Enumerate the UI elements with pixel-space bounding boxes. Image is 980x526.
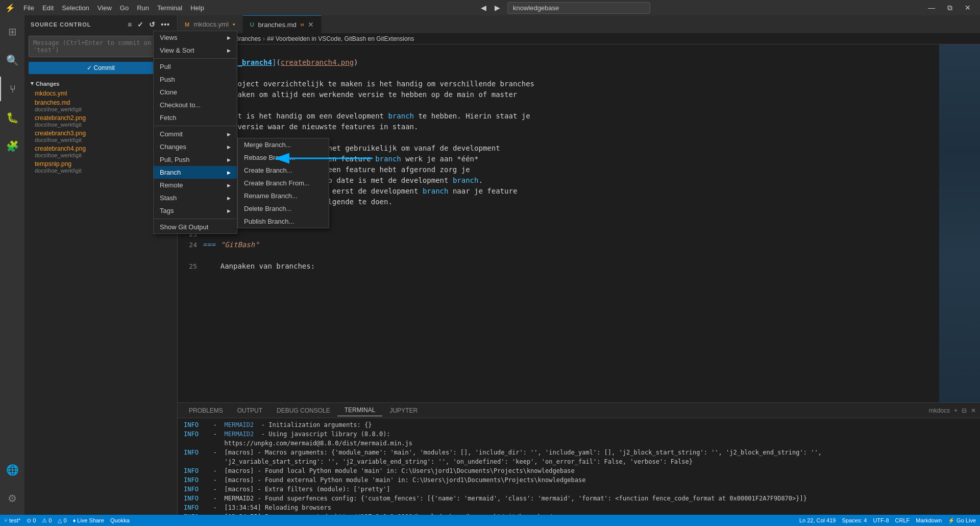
activity-debug[interactable]: 🐛: [0, 105, 24, 130]
file-path: docs\hoe_werkt\git: [35, 137, 173, 143]
menu-go[interactable]: Go: [120, 4, 129, 12]
commit-message-input[interactable]: [29, 36, 173, 57]
terminal-area: PROBLEMS OUTPUT DEBUG CONSOLE TERMINAL J…: [178, 402, 980, 515]
ctx-item-merge-branch[interactable]: Merge Branch...: [238, 138, 329, 151]
activity-source-control[interactable]: ⑂: [0, 77, 24, 101]
ctx-item-view-sort[interactable]: View & Sort: [154, 44, 237, 57]
sidebar-views-icon[interactable]: ≡: [127, 19, 133, 30]
ctx-item-rename-branch[interactable]: Rename Branch...: [238, 189, 329, 202]
ctx-item-branch[interactable]: Branch: [154, 166, 237, 179]
file-name: createbranch2.png: [35, 114, 173, 122]
go-live-button[interactable]: ⚡ Go Live: [948, 517, 976, 524]
minimize-button[interactable]: —: [924, 3, 939, 13]
titlebar: ⚡ File Edit Selection View Go Run Termin…: [0, 0, 980, 15]
activity-extensions[interactable]: 🧩: [0, 134, 24, 158]
commit-button[interactable]: ✓ Commit: [29, 62, 173, 74]
file-name: createbranch3.png: [35, 130, 173, 137]
ctx-item-push[interactable]: Push: [154, 73, 237, 86]
editor-line: [203, 68, 939, 79]
maximize-button[interactable]: ⧉: [943, 3, 957, 13]
ctx-item-publish-branch[interactable]: Publish Branch...: [238, 215, 329, 228]
tab-debug-console[interactable]: DEBUG CONSOLE: [270, 405, 337, 416]
activity-settings[interactable]: ⚙: [0, 486, 24, 511]
sidebar-checkmark-icon[interactable]: ✓: [136, 19, 145, 30]
ctx-label: Merge Branch...: [244, 141, 291, 149]
ctx-item-remote[interactable]: Remote: [154, 179, 237, 192]
ctx-item-tags[interactable]: Tags: [154, 204, 237, 217]
tab-terminal[interactable]: TERMINAL: [337, 404, 383, 416]
menu-file[interactable]: File: [23, 4, 34, 12]
menu-bar: File Edit Selection View Go Run Terminal…: [23, 4, 204, 12]
ctx-item-checkout[interactable]: Checkout to...: [154, 99, 237, 111]
ctx-item-stash[interactable]: Stash: [154, 192, 237, 204]
ctx-item-delete-branch[interactable]: Delete Branch...: [238, 202, 329, 215]
term-line: INFO - [macros] - Extra filters (module)…: [184, 485, 974, 494]
ctx-label: Delete Branch...: [244, 205, 291, 212]
tab-modified-indicator: M: [301, 22, 304, 27]
tab-close-button[interactable]: ✕: [308, 20, 314, 29]
tab-output[interactable]: OUTPUT: [230, 405, 270, 416]
git-branch-status[interactable]: ⑂ test*: [4, 517, 20, 523]
warnings-status[interactable]: △ 0: [58, 517, 66, 524]
terminal-split-icon[interactable]: ⊟: [962, 407, 967, 414]
menu-run[interactable]: Run: [137, 4, 149, 12]
editor-line: huidige versie waar de nieuwste features…: [203, 122, 939, 132]
tab-branches[interactable]: U branches.md M ✕: [243, 15, 322, 33]
status-bar-left: ⑂ test* ⊙ 0 ⚠ 0 △ 0 ♦ Live Share Quokka: [4, 517, 130, 524]
nav-forward-button[interactable]: ▶: [492, 3, 503, 13]
ctx-item-changes[interactable]: Changes: [154, 140, 237, 153]
sidebar-more-icon[interactable]: •••: [160, 19, 171, 30]
menu-view[interactable]: View: [97, 4, 112, 12]
ctx-label: Pull, Push: [160, 156, 190, 163]
ctx-item-clone[interactable]: Clone: [154, 86, 237, 99]
close-button[interactable]: ✕: [961, 3, 975, 13]
encoding-indicator[interactable]: UTF-8: [873, 517, 889, 523]
search-input[interactable]: [507, 2, 650, 14]
editor-line: [203, 250, 939, 261]
ctx-label: Show Git Output: [160, 223, 208, 231]
tab-icon-mkdocs: M: [185, 21, 189, 28]
nav-controls: ◀ ▶: [478, 3, 503, 13]
ctx-label: Commit: [160, 130, 183, 138]
nav-back-button[interactable]: ◀: [478, 3, 489, 13]
ctx-item-show-git-output[interactable]: Show Git Output: [154, 221, 237, 233]
menu-selection[interactable]: Selection: [62, 4, 89, 12]
menu-terminal[interactable]: Terminal: [157, 4, 182, 12]
cursor-position[interactable]: Ln 22, Col 419: [799, 517, 836, 523]
titlebar-center: ◀ ▶: [478, 2, 650, 14]
ctx-item-fetch[interactable]: Fetch: [154, 111, 237, 124]
ctx-item-pull-push[interactable]: Pull, Push: [154, 153, 237, 166]
eol-indicator[interactable]: CRLF: [895, 517, 910, 523]
menu-edit[interactable]: Edit: [42, 4, 54, 12]
main-layout: ⊞ 🔍 ⑂ 🐛 🧩 🌐 ⚙ SOURCE CONTROL ≡ ✓ ↺ ••• ✓…: [0, 15, 980, 515]
sidebar-refresh-icon[interactable]: ↺: [148, 19, 157, 30]
activity-search[interactable]: 🔍: [0, 48, 24, 73]
tab-problems[interactable]: PROBLEMS: [182, 405, 230, 416]
menu-help[interactable]: Help: [190, 4, 204, 12]
activity-remote[interactable]: 🌐: [0, 458, 24, 482]
ctx-item-views[interactable]: Views: [154, 31, 237, 44]
terminal-tabs-bar: PROBLEMS OUTPUT DEBUG CONSOLE TERMINAL J…: [178, 403, 980, 418]
language-indicator[interactable]: Markdown: [916, 517, 942, 523]
term-line: 'j2_variable_start_string': '', 'j2_vari…: [184, 457, 974, 466]
breadcrumb-subsection[interactable]: ## Voorbeelden in VSCode, GitBash en Git…: [267, 35, 414, 42]
activity-bar: ⊞ 🔍 ⑂ 🐛 🧩 🌐 ⚙: [0, 15, 24, 515]
ctx-separator: [154, 219, 237, 219]
errors-status[interactable]: ⚠ 0: [42, 517, 52, 524]
tab-jupyter[interactable]: JUPYTER: [382, 405, 425, 416]
activity-explorer[interactable]: ⊞: [0, 19, 24, 44]
term-line: INFO - [macros] - Found external Python …: [184, 475, 974, 485]
sync-status[interactable]: ⊙ 0: [27, 517, 36, 524]
quokka-status[interactable]: Quokka: [110, 517, 130, 523]
ctx-label: Push: [160, 76, 175, 83]
terminal-close-icon[interactable]: ✕: [971, 407, 976, 414]
ctx-item-commit[interactable]: Commit: [154, 128, 237, 140]
terminal-add-icon[interactable]: +: [954, 407, 958, 414]
ctx-item-pull[interactable]: Pull: [154, 60, 237, 73]
spaces-indicator[interactable]: Spaces: 4: [842, 517, 867, 523]
ctx-label: Tags: [160, 207, 174, 214]
arrow-annotation: [271, 151, 373, 168]
ctx-item-create-branch-from[interactable]: Create Branch From...: [238, 177, 329, 189]
live-share-status[interactable]: ♦ Live Share: [73, 517, 104, 523]
term-line: INFO - MERMAID2 - Found superfences conf…: [184, 494, 974, 503]
